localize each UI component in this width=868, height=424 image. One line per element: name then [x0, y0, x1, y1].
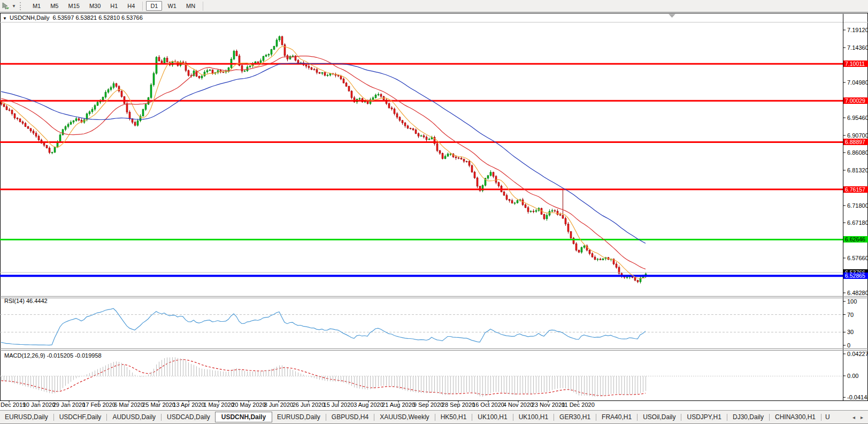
tab-divider: [161, 414, 162, 421]
tab-audusd-daily[interactable]: AUDUSD,Daily: [107, 412, 160, 422]
ma-slow-line: [1, 63, 646, 243]
svg-text:7.19120: 7.19120: [847, 27, 868, 33]
tab-divider: [472, 414, 472, 421]
price-badge-6.76157: 6.76157: [843, 186, 868, 193]
ma-mid-line: [1, 56, 646, 269]
date-label: 3 Aug 2020: [354, 402, 383, 408]
tab-ger30-h1[interactable]: GER30,H1: [555, 412, 595, 422]
date-label: 15 Jul 2020: [324, 402, 354, 408]
svg-text:0.042275: 0.042275: [847, 351, 868, 357]
date-label: 4 Nov 2020: [503, 402, 533, 408]
svg-text:7.00029: 7.00029: [845, 97, 865, 104]
tab-usdjpy-h1[interactable]: USDJPY,H1: [682, 412, 726, 422]
horizontal-price-lines[interactable]: [0, 64, 843, 276]
tab-u[interactable]: U: [822, 412, 832, 422]
tab-uk100-h1[interactable]: UK100,H1: [514, 412, 553, 422]
chart-title-text: USDCNH,Daily 6.53597 6.53821 6.52810 6.5…: [10, 14, 143, 21]
chart-shift-triangle-icon[interactable]: [669, 14, 675, 18]
tab-hk50-h1[interactable]: HK50,H1: [436, 412, 472, 422]
date-label: 8 Jun 2020: [264, 402, 293, 408]
macd-histogram: [2, 357, 646, 397]
price-badge-7.00029: 7.00029: [843, 97, 868, 104]
tab-divider: [769, 414, 770, 421]
chart-title: ▼USDCNH,Daily 6.53597 6.53821 6.52810 6.…: [3, 14, 143, 21]
macd-indicator-label: MACD(12,26,9) -0.015205 -0.019958: [4, 352, 102, 359]
macd-signal-line: [1, 360, 646, 396]
date-label: 25 Mar 2020: [142, 402, 175, 408]
tab-china300-h1[interactable]: CHINA300,H1: [770, 412, 820, 422]
macd-panel: 0.0422750.00-0.04148: [0, 351, 868, 400]
tab-divider: [554, 414, 554, 421]
tab-scroll-left-button[interactable]: ◂: [850, 414, 858, 420]
svg-text:7.04980: 7.04980: [847, 79, 868, 86]
svg-text:6.88897: 6.88897: [845, 139, 865, 145]
tab-fra40-h1[interactable]: FRA40,H1: [597, 412, 636, 422]
price-badge-6.52865: 6.52865: [843, 272, 868, 279]
tab-usoil-daily[interactable]: USOil,Daily: [638, 412, 680, 422]
chart-canvas[interactable]: 7.191207.143607.049806.954606.907006.860…: [0, 0, 868, 424]
tab-usdcad-daily[interactable]: USDCAD,Daily: [162, 412, 215, 422]
date-label: 13 Apr 2020: [173, 402, 204, 408]
date-label: 6 Mar 2020: [114, 402, 144, 408]
svg-text:6.95460: 6.95460: [847, 115, 868, 121]
date-label: 26 Jun 2020: [293, 402, 325, 408]
svg-text:70: 70: [847, 312, 854, 318]
tab-eurusd-daily[interactable]: EURUSD,Daily: [0, 412, 53, 422]
svg-text:6.90700: 6.90700: [847, 132, 868, 139]
svg-text:-0.04148: -0.04148: [847, 394, 868, 400]
svg-text:7.14360: 7.14360: [847, 44, 868, 51]
tab-eurusd-daily[interactable]: EURUSD,Daily: [272, 412, 325, 422]
date-label: 17 Feb 2020: [82, 402, 116, 408]
date-label: 1 May 2020: [203, 402, 234, 408]
svg-text:6.67180: 6.67180: [847, 219, 868, 226]
candles-layer: [1, 35, 647, 283]
svg-text:0.00: 0.00: [847, 373, 858, 379]
price-badge-7.10011: 7.10011: [843, 60, 868, 67]
svg-text:6.71800: 6.71800: [847, 202, 868, 209]
svg-text:6.76157: 6.76157: [845, 186, 865, 193]
date-axis[interactable]: 23 Dec 201910 Jan 202029 Jan 202017 Feb …: [0, 401, 595, 408]
svg-text:7.10011: 7.10011: [845, 60, 865, 67]
svg-text:6.52865: 6.52865: [845, 272, 865, 279]
symbol-tab-bar: EURUSD,DailyUSDCHF,DailyAUDUSD,DailyUSDC…: [0, 410, 868, 424]
tab-divider: [681, 414, 681, 421]
date-label: 23 Dec 2019: [0, 402, 26, 408]
tab-xauusd-weekly[interactable]: XAUUSD,Weekly: [375, 412, 434, 422]
date-label: 20 May 2020: [232, 402, 266, 408]
price-badge-6.62646: 6.62646: [843, 236, 868, 243]
ma-fast-line: [1, 47, 646, 278]
date-label: 23 Nov 2020: [532, 402, 565, 408]
svg-text:6.62646: 6.62646: [845, 236, 865, 243]
tab-divider: [513, 414, 513, 421]
date-label: 29 Jan 2020: [53, 402, 86, 408]
rsi-panel: 10070300: [0, 298, 857, 349]
svg-text:0: 0: [847, 342, 850, 349]
tab-divider: [821, 414, 821, 421]
svg-text:6.48280: 6.48280: [847, 290, 868, 296]
tab-divider: [637, 414, 637, 421]
tab-uk100-h1[interactable]: UK100,H1: [473, 412, 512, 422]
svg-text:6.81320: 6.81320: [847, 167, 868, 173]
rsi-indicator-label: RSI(14) 46.4442: [4, 298, 48, 304]
tab-usdchf-daily[interactable]: USDCHF,Daily: [55, 412, 106, 422]
tab-divider: [106, 414, 107, 421]
tab-divider: [727, 414, 727, 421]
svg-text:100: 100: [847, 298, 857, 305]
tab-divider: [53, 414, 54, 421]
tab-divider: [374, 414, 374, 421]
date-label: 10 Jan 2020: [23, 402, 56, 408]
tab-divider: [596, 414, 596, 421]
svg-text:6.57660: 6.57660: [847, 255, 868, 261]
tab-usdcnh-daily[interactable]: USDCNH,Daily: [215, 412, 272, 422]
svg-text:30: 30: [847, 329, 854, 335]
collapse-triangle-icon[interactable]: ▼: [3, 16, 7, 21]
date-label: 16 Oct 2020: [472, 402, 504, 408]
date-label: 28 Sep 2020: [442, 402, 475, 408]
price-badge-6.88897: 6.88897: [843, 139, 868, 145]
price-axis[interactable]: 7.191207.143607.049806.954606.907006.860…: [843, 27, 868, 296]
date-label: 9 Sep 2020: [413, 402, 443, 408]
tab-gbpusd-h4[interactable]: GBPUSD,H4: [327, 412, 373, 422]
tab-scroll-right-button[interactable]: ▸: [858, 414, 866, 420]
date-label: 21 Aug 2020: [382, 402, 415, 408]
tab-dj30-daily[interactable]: DJ30,Daily: [728, 412, 769, 422]
